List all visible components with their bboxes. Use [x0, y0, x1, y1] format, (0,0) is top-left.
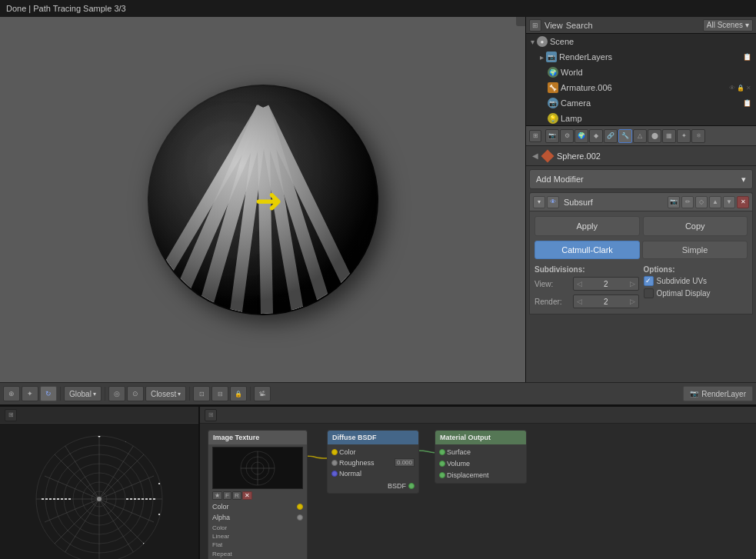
- render-value-field[interactable]: ◁ 2 ▷: [573, 294, 639, 308]
- subdivision-type-row: Catmull-Clark Simple: [535, 241, 748, 259]
- optimal-display-checkbox[interactable]: [644, 288, 654, 298]
- subdivide-uvs-row[interactable]: ✓ Subdivide UVs: [644, 276, 748, 286]
- global-dropdown[interactable]: Global ▾: [64, 386, 102, 401]
- props-render-icon[interactable]: 📷: [545, 129, 559, 143]
- modifier-delete-btn[interactable]: ✕: [737, 196, 749, 208]
- outliner-item-world[interactable]: 🌍 World: [526, 65, 756, 80]
- closest-dropdown[interactable]: Closest ▾: [145, 386, 186, 401]
- diffuse-normal-input: Normal: [331, 468, 415, 478]
- tb-proportional-btn[interactable]: ⊙: [127, 386, 144, 401]
- node-editor: ⊞ Image Texture: [200, 407, 756, 559]
- outliner: ▾ ● Scene ▸ 📷 RenderLayers 📋 🌍 World 🦴 A…: [526, 34, 756, 126]
- diffuse-color-input: Color: [331, 447, 415, 457]
- scene-label: Scene: [550, 37, 574, 46]
- optimal-display-row[interactable]: Optimal Display: [644, 288, 748, 298]
- modifier-name: Subsurf: [561, 198, 666, 207]
- apply-copy-row: Apply Copy: [535, 216, 748, 236]
- add-modifier-button[interactable]: Add Modifier ▾: [529, 169, 753, 189]
- render-label: Render:: [535, 298, 573, 306]
- outliner-item-camera[interactable]: 📷 Camera 📋: [526, 95, 756, 111]
- modifier-up-btn[interactable]: ▲: [709, 196, 721, 208]
- props-data-icon[interactable]: △: [633, 129, 647, 143]
- node-prop-linear: Linear: [212, 532, 303, 541]
- modifier-render-btn[interactable]: 📷: [668, 196, 680, 208]
- view-value: 2: [604, 280, 608, 288]
- props-constraint-icon[interactable]: 🔗: [604, 129, 618, 143]
- props-material-icon[interactable]: ⬤: [648, 129, 661, 143]
- catmull-clark-btn[interactable]: Catmull-Clark: [535, 241, 640, 259]
- tb-icon-b[interactable]: ⊟: [211, 386, 228, 401]
- view-value-field[interactable]: ◁ 2 ▷: [573, 277, 639, 291]
- toolbar-icon-2[interactable]: ✦: [22, 386, 38, 401]
- tb-icon-c[interactable]: 🔒: [230, 386, 247, 401]
- node-prop-flat: Flat: [212, 541, 303, 549]
- node-editor-header: ⊞: [200, 407, 756, 424]
- tb-icon-d[interactable]: 📽: [254, 386, 271, 401]
- node-r-btn[interactable]: R: [232, 491, 241, 500]
- node-color-output: Color: [212, 501, 303, 511]
- diffuse-bsdf-output: BSDF: [331, 481, 415, 491]
- outliner-item-lamp[interactable]: 💡 Lamp: [526, 111, 756, 126]
- toolbar-icon-3[interactable]: ↻: [40, 386, 57, 401]
- props-scene-icon[interactable]: ⚙: [560, 129, 574, 143]
- modifier-realtime-btn[interactable]: 👁: [547, 196, 559, 208]
- svg-point-36: [35, 514, 37, 515]
- render-layer-btn[interactable]: 📷 RenderLayer: [683, 386, 753, 401]
- toolbar-sep-2: [105, 387, 105, 401]
- subdivide-uvs-checkbox[interactable]: ✓: [644, 276, 654, 286]
- view-row: View: ◁ 2 ▷: [535, 276, 639, 291]
- tb-icon-a[interactable]: ⊡: [193, 386, 210, 401]
- props-particles-icon[interactable]: ✦: [677, 129, 691, 143]
- diffuse-roughness-input: Roughness 0.000: [331, 458, 415, 467]
- apply-button[interactable]: Apply: [535, 216, 640, 236]
- object-name-label: Sphere.002: [557, 151, 601, 161]
- optimal-display-label: Optimal Display: [657, 289, 711, 298]
- node-alpha-output: Alpha: [212, 512, 303, 522]
- uv-icon[interactable]: ⊞: [5, 409, 17, 421]
- viewport[interactable]: ➜: [0, 17, 525, 382]
- render-value: 2: [604, 298, 608, 306]
- properties-panel: ⊞ 📷 ⚙ 🌍 ◆ 🔗 🔧 △ ⬤ ▦ ✦ ⚛ ◀: [526, 126, 756, 382]
- copy-button[interactable]: Copy: [643, 216, 748, 236]
- tb-snap-btn[interactable]: ◎: [108, 386, 125, 401]
- modifier-cage-btn[interactable]: ◇: [695, 196, 708, 208]
- svg-point-30: [158, 514, 160, 515]
- object-name-bar: ◀ Sphere.002: [526, 146, 756, 166]
- node-f-btn[interactable]: F: [223, 491, 231, 500]
- modifier-header: ▾ 👁 Subsurf 📷 ✏ ◇ ▲ ▼ ✕: [529, 192, 753, 211]
- renderlayers-label: RenderLayers: [559, 52, 612, 62]
- outliner-item-armature[interactable]: 🦴 Armature.006 👁 🔒 ✕: [526, 80, 756, 95]
- modifier-edit-btn[interactable]: ✏: [681, 196, 694, 208]
- svg-point-28: [148, 458, 150, 460]
- svg-point-38: [50, 454, 52, 455]
- simple-btn[interactable]: Simple: [642, 241, 748, 259]
- props-modifier-icon[interactable]: 🔧: [618, 129, 632, 143]
- modifier-down-btn[interactable]: ▼: [723, 196, 735, 208]
- props-texture-icon[interactable]: ▦: [662, 129, 676, 143]
- props-world-icon[interactable]: 🌍: [574, 129, 588, 143]
- material-output-header: Material Output: [435, 431, 526, 444]
- arrow-indicator: ➜: [255, 180, 283, 219]
- outliner-item-scene[interactable]: ▾ ● Scene: [526, 34, 756, 49]
- toolbar-icon-1[interactable]: ⊕: [3, 386, 20, 401]
- outliner-item-renderlayers[interactable]: ▸ 📷 RenderLayers 📋: [526, 49, 756, 65]
- modifier-collapse-btn[interactable]: ▾: [533, 196, 545, 208]
- object-type-icon: [541, 149, 555, 162]
- node-star-btn[interactable]: ★: [212, 491, 222, 500]
- world-label: World: [561, 68, 583, 77]
- node-prop-repeat: Repeat: [212, 550, 303, 558]
- bottom-section: ⊞: [0, 405, 756, 559]
- options-label: Options:: [644, 265, 748, 274]
- node-x-btn[interactable]: ✕: [242, 491, 252, 500]
- render-layer-label: RenderLayer: [701, 390, 746, 398]
- diffuse-bsdf-node: Diffuse BSDF Color Roughness 0.000: [327, 430, 419, 494]
- camera-label: Camera: [561, 98, 591, 108]
- scene-dropdown[interactable]: All Scenes ▾: [703, 19, 753, 32]
- props-object-icon[interactable]: ◆: [589, 129, 603, 143]
- node-thumb: [212, 447, 303, 489]
- props-physics-icon[interactable]: ⚛: [691, 129, 705, 143]
- node-editor-icon[interactable]: ⊞: [205, 409, 217, 421]
- search-menu[interactable]: Search: [566, 21, 593, 30]
- modifier-section: Add Modifier ▾ ▾ 👁 Subsurf 📷 ✏ ◇ ▲ ▼ ✕: [526, 166, 756, 318]
- view-menu[interactable]: View: [545, 21, 563, 30]
